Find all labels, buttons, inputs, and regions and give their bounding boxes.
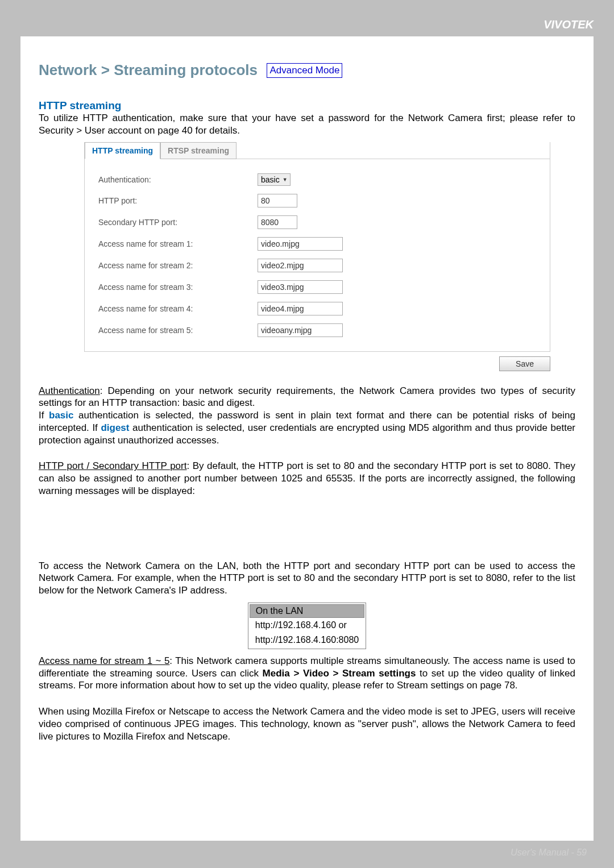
input-stream2[interactable] xyxy=(258,259,343,272)
advanced-mode-badge: Advanced Mode xyxy=(267,63,342,78)
input-stream4[interactable] xyxy=(258,302,343,315)
para-firefox: When using Mozilla Firefox or Netscape t… xyxy=(39,705,575,742)
input-stream5[interactable] xyxy=(258,323,343,337)
footer-page-number: User's Manual - 59 xyxy=(511,848,587,858)
label-stream1: Access name for stream 1: xyxy=(98,239,258,248)
http-streaming-form: HTTP streaming RTSP streaming Authentica… xyxy=(84,142,550,352)
access-lead: Access name for stream 1 ~ 5 xyxy=(39,655,169,666)
page-content: Network > Streaming protocols Advanced M… xyxy=(20,36,594,841)
brand-logo: VIVOTEK xyxy=(544,18,594,31)
row-stream1: Access name for stream 1: xyxy=(98,233,536,255)
label-stream4: Access name for stream 4: xyxy=(98,304,258,313)
row-authentication: Authentication: basic xyxy=(98,169,536,190)
input-stream1[interactable] xyxy=(258,237,343,251)
lan-table: On the LAN http://192.168.4.160 or http:… xyxy=(248,603,366,649)
port-lead: HTTP port / Secondary HTTP port xyxy=(39,460,186,471)
para-authentication: Authentication: Depending on your networ… xyxy=(39,385,575,410)
label-http-port: HTTP port: xyxy=(98,196,258,205)
intro-text: To utilize HTTP authentication, make sur… xyxy=(39,112,575,137)
label-secondary-http-port: Secondary HTTP port: xyxy=(98,218,258,227)
input-http-port[interactable] xyxy=(258,194,297,207)
label-stream5: Access name for stream 5: xyxy=(98,326,258,335)
row-stream2: Access name for stream 2: xyxy=(98,255,536,276)
label-stream2: Access name for stream 2: xyxy=(98,261,258,270)
label-authentication: Authentication: xyxy=(98,175,258,184)
form-inner: Authentication: basic HTTP port: Seconda… xyxy=(85,159,550,351)
lan-table-row2: http://192.168.4.160:8080 xyxy=(250,634,364,647)
row-stream3: Access name for stream 3: xyxy=(98,276,536,298)
streaming-tabs: HTTP streaming RTSP streaming xyxy=(85,142,550,159)
row-stream4: Access name for stream 4: xyxy=(98,298,536,319)
para-http-port: HTTP port / Secondary HTTP port: By defa… xyxy=(39,460,575,497)
row-secondary-http-port: Secondary HTTP port: xyxy=(98,211,536,233)
http-streaming-heading: HTTP streaming xyxy=(39,99,575,112)
page-title: Network > Streaming protocols xyxy=(39,61,258,79)
tab-http-streaming[interactable]: HTTP streaming xyxy=(85,142,160,159)
label-stream3: Access name for stream 3: xyxy=(98,283,258,292)
auth2-pre: If xyxy=(39,410,49,421)
input-stream3[interactable] xyxy=(258,280,343,294)
auth2-basic: basic xyxy=(49,410,73,421)
auth2-digest: digest xyxy=(101,422,129,433)
select-authentication[interactable]: basic xyxy=(258,173,291,186)
para-access-name: Access name for stream 1 ~ 5: This Netwo… xyxy=(39,655,575,692)
access-bold: Media > Video > Stream settings xyxy=(263,668,416,679)
lan-table-header: On the LAN xyxy=(250,604,364,618)
save-button[interactable]: Save xyxy=(499,356,550,371)
para-lan-access: To access the Network Camera on the LAN,… xyxy=(39,560,575,597)
auth-lead: Authentication xyxy=(39,385,100,396)
row-http-port: HTTP port: xyxy=(98,190,536,211)
lan-table-row1: http://192.168.4.160 or xyxy=(250,619,364,633)
row-stream5: Access name for stream 5: xyxy=(98,319,536,341)
para-authentication-2: If basic authentication is selected, the… xyxy=(39,409,575,446)
tab-rtsp-streaming[interactable]: RTSP streaming xyxy=(160,142,237,159)
save-button-wrap: Save xyxy=(84,356,550,371)
input-secondary-http-port[interactable] xyxy=(258,215,297,229)
auth-rest: : Depending on your network security req… xyxy=(39,385,575,409)
